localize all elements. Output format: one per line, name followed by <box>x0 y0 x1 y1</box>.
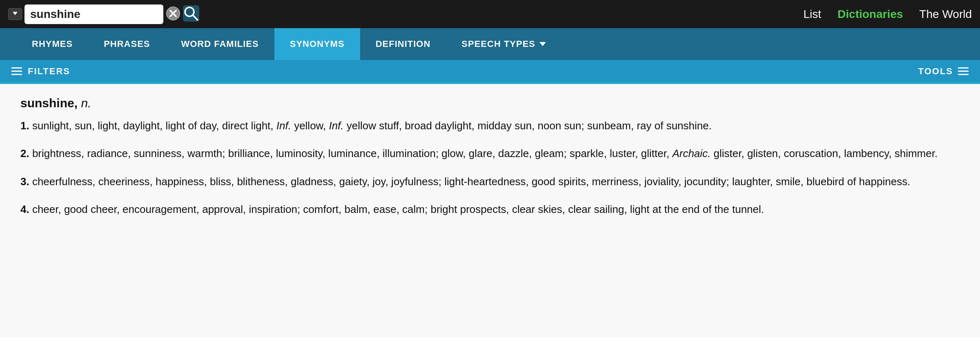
tab-speech-types[interactable]: SPEECH TYPES <box>446 28 562 60</box>
tab-rhymes[interactable]: RHYMES <box>16 28 88 60</box>
tab-word-families[interactable]: WORD FAMILIES <box>165 28 274 60</box>
entry-number-1: 1. <box>20 120 29 132</box>
top-navigation: List Dictionaries The World <box>804 8 972 21</box>
synonym-entry-4: 4. cheer, good cheer, encouragement, app… <box>20 201 960 217</box>
search-button[interactable] <box>183 5 199 23</box>
speech-types-chevron-icon <box>539 40 547 48</box>
nav-list[interactable]: List <box>804 8 822 21</box>
synonym-entry-3: 3. cheerfulness, cheeriness, happiness, … <box>20 173 960 190</box>
clear-button[interactable] <box>166 6 180 22</box>
filters-left: FILTERS <box>11 66 70 77</box>
entry-number-4: 4. <box>20 203 29 215</box>
filters-bar: FILTERS TOOLS <box>0 60 980 82</box>
svg-marker-9 <box>539 42 546 46</box>
nav-the-world[interactable]: The World <box>919 8 972 21</box>
clear-icon <box>166 6 180 21</box>
tools-menu-icon[interactable] <box>958 67 969 75</box>
tab-phrases[interactable]: PHRASES <box>88 28 165 60</box>
filters-menu-icon[interactable] <box>11 67 22 75</box>
synonym-entry-1: 1. sunlight, sun, light, daylight, light… <box>20 117 960 134</box>
tab-definition[interactable]: DEFINITION <box>360 28 446 60</box>
tab-synonyms[interactable]: SYNONYMS <box>274 28 360 60</box>
search-area <box>8 4 199 24</box>
nav-dictionaries[interactable]: Dictionaries <box>837 8 903 21</box>
tab-bar: RHYMES PHRASES WORD FAMILIES SYNONYMS DE… <box>0 28 980 60</box>
content-area: sunshine, n. 1. sunlight, sun, light, da… <box>0 84 980 337</box>
synonym-entry-2: 2. brightness, radiance, sunniness, warm… <box>20 145 960 162</box>
dropdown-arrow-icon <box>12 10 18 17</box>
top-bar: List Dictionaries The World <box>0 0 980 28</box>
search-input[interactable] <box>24 4 163 24</box>
search-icon <box>183 5 199 22</box>
tools-label: TOOLS <box>918 66 953 77</box>
part-of-speech: n. <box>81 96 91 110</box>
speech-types-label: SPEECH TYPES <box>461 39 535 49</box>
word-text: sunshine <box>20 96 74 110</box>
filters-label: FILTERS <box>28 66 70 77</box>
svg-marker-0 <box>13 12 18 15</box>
word-title: sunshine, n. <box>20 96 960 110</box>
tools-right: TOOLS <box>918 66 969 77</box>
entry-number-3: 3. <box>20 175 29 188</box>
search-dropdown-button[interactable] <box>8 8 22 20</box>
entry-number-2: 2. <box>20 147 29 159</box>
